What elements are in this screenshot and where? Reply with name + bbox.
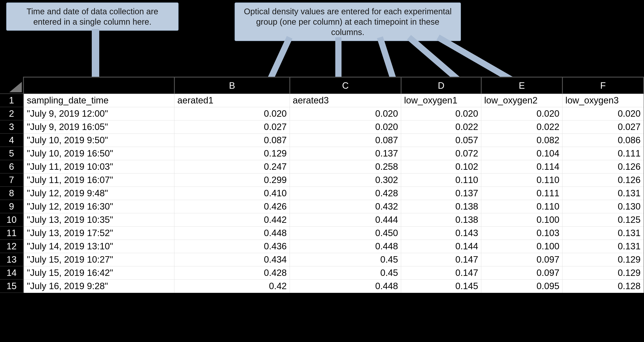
cell[interactable]: 0.126 [562, 173, 644, 186]
row-header[interactable]: 9 [0, 200, 24, 213]
cell[interactable]: 0.129 [562, 253, 644, 266]
row-header[interactable]: 8 [0, 186, 24, 200]
cell[interactable]: 0.110 [401, 173, 481, 186]
cell[interactable]: 0.111 [481, 186, 562, 200]
cell[interactable]: 0.100 [481, 240, 562, 253]
row-header[interactable]: 1 [0, 94, 24, 107]
row-header[interactable]: 12 [0, 240, 24, 253]
cell[interactable]: 0.114 [481, 160, 562, 173]
row-header[interactable]: 11 [0, 226, 24, 240]
cell[interactable]: "July 13, 2019 17:52" [24, 226, 174, 240]
cell[interactable]: "July 11, 2019 10:03" [24, 160, 174, 173]
cell[interactable]: low_oxygen1 [401, 94, 481, 107]
cell[interactable]: "July 11, 2019 16:07" [24, 173, 174, 186]
cell[interactable]: 0.432 [290, 200, 401, 213]
cell[interactable]: 0.448 [290, 279, 401, 293]
cell[interactable]: 0.095 [481, 279, 562, 293]
cell[interactable]: 0.144 [401, 240, 481, 253]
row-header[interactable]: 4 [0, 134, 24, 147]
row-header[interactable]: 15 [0, 279, 24, 293]
cell[interactable]: "July 16, 2019 9:28" [24, 279, 174, 293]
cell[interactable]: low_oxygen2 [481, 94, 562, 107]
cell[interactable]: 0.097 [481, 266, 562, 279]
cell[interactable]: 0.130 [562, 200, 644, 213]
cell[interactable]: 0.102 [401, 160, 481, 173]
cell[interactable]: "July 9, 2019 16:05" [24, 120, 174, 134]
row-header[interactable]: 10 [0, 213, 24, 226]
row-header[interactable]: 14 [0, 266, 24, 279]
cell[interactable]: 0.020 [401, 107, 481, 120]
col-header-B[interactable]: B [174, 77, 290, 94]
cell[interactable]: 0.020 [481, 107, 562, 120]
cell[interactable]: 0.45 [290, 253, 401, 266]
cell[interactable]: "July 12, 2019 16:30" [24, 200, 174, 213]
cell[interactable]: 0.138 [401, 213, 481, 226]
cell[interactable]: 0.111 [562, 147, 644, 160]
cell[interactable]: 0.020 [562, 107, 644, 120]
cell[interactable]: 0.131 [562, 226, 644, 240]
cell[interactable]: 0.444 [290, 213, 401, 226]
cell[interactable]: 0.020 [290, 107, 401, 120]
select-all-corner[interactable] [0, 77, 24, 94]
cell[interactable]: 0.258 [290, 160, 401, 173]
cell[interactable]: 0.428 [174, 266, 290, 279]
cell[interactable]: 0.100 [481, 213, 562, 226]
cell[interactable]: "July 13, 2019 10:35" [24, 213, 174, 226]
cell[interactable]: 0.450 [290, 226, 401, 240]
cell[interactable]: 0.082 [481, 134, 562, 147]
row-header[interactable]: 3 [0, 120, 24, 134]
cell[interactable]: "July 14, 2019 13:10" [24, 240, 174, 253]
cell[interactable]: 0.428 [290, 186, 401, 200]
cell[interactable]: 0.137 [290, 147, 401, 160]
cell[interactable]: 0.110 [481, 173, 562, 186]
cell[interactable]: 0.022 [401, 120, 481, 134]
cell[interactable]: 0.086 [562, 134, 644, 147]
col-header-E[interactable]: E [481, 77, 562, 94]
cell[interactable]: 0.129 [174, 147, 290, 160]
cell[interactable]: 0.448 [174, 226, 290, 240]
cell[interactable]: low_oxygen3 [562, 94, 644, 107]
cell[interactable]: 0.110 [481, 200, 562, 213]
row-header[interactable]: 7 [0, 173, 24, 186]
cell[interactable]: "July 10, 2019 16:50" [24, 147, 174, 160]
cell[interactable]: 0.126 [562, 160, 644, 173]
cell[interactable]: 0.442 [174, 213, 290, 226]
cell[interactable]: 0.027 [562, 120, 644, 134]
col-header-A[interactable] [24, 77, 174, 94]
cell[interactable]: 0.42 [174, 279, 290, 293]
cell[interactable]: 0.147 [401, 266, 481, 279]
cell[interactable]: aerated3 [290, 94, 401, 107]
cell[interactable]: 0.145 [401, 279, 481, 293]
cell[interactable]: sampling_date_time [24, 94, 174, 107]
cell[interactable]: 0.087 [290, 134, 401, 147]
row-header[interactable]: 6 [0, 160, 24, 173]
cell[interactable]: 0.128 [562, 279, 644, 293]
cell[interactable]: 0.097 [481, 253, 562, 266]
cell[interactable]: 0.247 [174, 160, 290, 173]
cell[interactable]: 0.143 [401, 226, 481, 240]
cell[interactable]: 0.020 [290, 120, 401, 134]
cell[interactable]: 0.020 [174, 107, 290, 120]
cell[interactable]: 0.448 [290, 240, 401, 253]
cell[interactable]: 0.103 [481, 226, 562, 240]
cell[interactable]: 0.057 [401, 134, 481, 147]
cell[interactable]: 0.410 [174, 186, 290, 200]
cell[interactable]: 0.426 [174, 200, 290, 213]
cell[interactable]: "July 15, 2019 10:27" [24, 253, 174, 266]
row-header[interactable]: 13 [0, 253, 24, 266]
cell[interactable]: 0.129 [562, 266, 644, 279]
cell[interactable]: 0.027 [174, 120, 290, 134]
row-header[interactable]: 5 [0, 147, 24, 160]
cell[interactable]: 0.299 [174, 173, 290, 186]
cell[interactable]: 0.087 [174, 134, 290, 147]
cell[interactable]: 0.131 [562, 240, 644, 253]
cell[interactable]: 0.45 [290, 266, 401, 279]
cell[interactable]: 0.147 [401, 253, 481, 266]
col-header-F[interactable]: F [562, 77, 644, 94]
cell[interactable]: aerated1 [174, 94, 290, 107]
cell[interactable]: "July 10, 2019 9:50" [24, 134, 174, 147]
cell[interactable]: "July 12, 2019 9:48" [24, 186, 174, 200]
cell[interactable]: 0.072 [401, 147, 481, 160]
col-header-D[interactable]: D [401, 77, 481, 94]
cell[interactable]: 0.104 [481, 147, 562, 160]
